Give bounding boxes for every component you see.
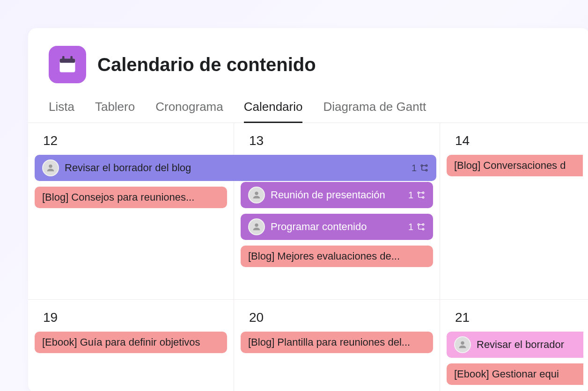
avatar — [248, 187, 265, 203]
event-revisar-borrador-21[interactable]: Revisar el borrador — [447, 332, 583, 358]
event-blog-mejores-evaluaciones[interactable]: [Blog] Mejores evaluaciones de... — [241, 246, 433, 267]
subtask-count: 1 — [412, 163, 417, 174]
subtask-icon — [416, 222, 426, 232]
event-meta: 1 — [408, 190, 426, 201]
view-tabs: Lista Tablero Cronograma Calendario Diag… — [28, 94, 588, 123]
day-number: 14 — [447, 130, 583, 155]
event-programar-contenido[interactable]: Programar contenido 1 — [241, 214, 433, 240]
svg-rect-3 — [70, 56, 73, 60]
tab-gantt[interactable]: Diagrama de Gantt — [323, 95, 426, 123]
svg-point-6 — [426, 165, 427, 166]
event-label: [Blog] Mejores evaluaciones de... — [248, 250, 426, 262]
avatar — [248, 218, 265, 235]
subtask-count: 1 — [408, 222, 413, 232]
svg-point-14 — [422, 224, 424, 225]
event-label: Revisar el borrador del blog — [65, 162, 406, 174]
day-number: 19 — [35, 306, 227, 332]
calendar-icon — [49, 46, 86, 83]
svg-point-10 — [422, 192, 424, 193]
day-cell-19[interactable]: 19 [Ebook] Guía para definir objetivos — [28, 300, 234, 391]
day-number: 12 — [35, 130, 227, 155]
avatar — [454, 336, 471, 353]
svg-point-8 — [255, 192, 258, 195]
svg-point-11 — [422, 196, 424, 198]
svg-point-12 — [255, 224, 258, 227]
day-number: 13 — [241, 130, 433, 155]
day-cell-21[interactable]: 21 Revisar el borrador [Ebook] Gestionar… — [440, 300, 588, 391]
subtask-icon — [419, 163, 429, 173]
tab-lista[interactable]: Lista — [49, 95, 74, 123]
event-label: [Ebook] Gestionar equi — [454, 368, 576, 380]
event-label: [Blog] Consejos para reuniones... — [42, 191, 220, 203]
subtask-icon — [416, 190, 426, 200]
svg-point-7 — [426, 169, 427, 171]
event-label: Programar contenido — [271, 221, 403, 233]
calendar-grid: 12 Revisar el borrador del blog 1 [Blog]… — [28, 123, 588, 391]
svg-rect-1 — [60, 58, 75, 63]
svg-point-13 — [418, 224, 419, 225]
tab-cronograma[interactable]: Cronograma — [155, 95, 223, 123]
event-reunion-presentacion[interactable]: Reunión de presentación 1 — [241, 182, 433, 208]
day-cell-20[interactable]: 20 [Blog] Plantilla para reuniones del..… — [234, 300, 440, 391]
svg-point-16 — [461, 341, 464, 345]
page-title: Calendario de contenido — [97, 54, 316, 75]
event-label: [Blog] Plantilla para reuniones del... — [248, 336, 426, 348]
tab-calendario[interactable]: Calendario — [244, 95, 303, 123]
header: Calendario de contenido — [28, 28, 588, 94]
event-blog-conversaciones[interactable]: [Blog] Conversaciones d — [447, 155, 583, 176]
event-revisar-borrador[interactable]: Revisar el borrador del blog 1 — [35, 155, 436, 181]
event-label: Revisar el borrador — [477, 339, 576, 351]
event-ebook-guia-objetivos[interactable]: [Ebook] Guía para definir objetivos — [35, 332, 227, 353]
day-cell-13[interactable]: 13 Reunión de presentación 1 Programar c… — [234, 123, 440, 300]
event-label: [Ebook] Guía para definir objetivos — [42, 336, 220, 348]
event-label: Reunión de presentación — [271, 189, 403, 201]
svg-point-5 — [421, 165, 422, 166]
day-cell-14[interactable]: 14 [Blog] Conversaciones d — [440, 123, 588, 300]
tab-tablero[interactable]: Tablero — [95, 95, 135, 123]
svg-point-4 — [49, 165, 52, 168]
day-number: 21 — [447, 306, 583, 332]
event-label: [Blog] Conversaciones d — [454, 159, 575, 172]
svg-point-9 — [418, 192, 419, 193]
event-meta: 1 — [412, 163, 429, 174]
day-number: 20 — [241, 306, 433, 332]
event-blog-plantilla-reuniones[interactable]: [Blog] Plantilla para reuniones del... — [241, 332, 433, 353]
avatar — [42, 159, 59, 176]
event-blog-consejos[interactable]: [Blog] Consejos para reuniones... — [35, 187, 227, 208]
event-meta: 1 — [408, 222, 426, 232]
day-cell-12[interactable]: 12 Revisar el borrador del blog 1 [Blog]… — [28, 123, 234, 300]
svg-rect-2 — [62, 56, 65, 60]
subtask-count: 1 — [408, 190, 413, 201]
content-calendar-panel: Calendario de contenido Lista Tablero Cr… — [28, 28, 588, 391]
event-ebook-gestionar-equipo[interactable]: [Ebook] Gestionar equi — [447, 363, 583, 385]
svg-point-15 — [422, 228, 424, 230]
